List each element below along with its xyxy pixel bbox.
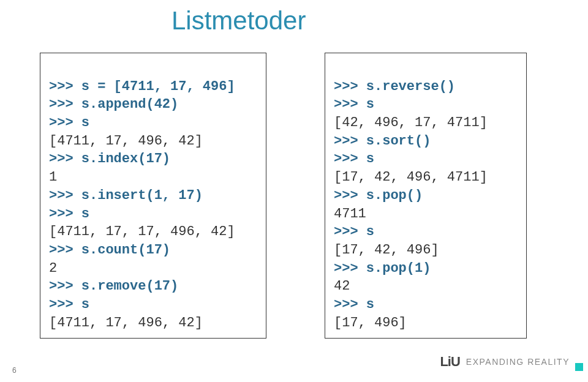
- liu-logo: LiU: [440, 354, 459, 370]
- code-output: [42, 496, 17, 4711]: [334, 115, 488, 130]
- code-line: >>> s.remove(17): [49, 279, 178, 294]
- code-output: [4711, 17, 17, 496, 42]: [49, 224, 235, 239]
- code-line: >>> s: [334, 151, 374, 167]
- code-output: 1: [49, 170, 57, 185]
- code-line: >>> s = [4711, 17, 496]: [49, 79, 235, 94]
- code-line: >>> s: [334, 97, 374, 112]
- code-line: >>> s.pop(): [334, 188, 423, 203]
- code-line: >>> s.reverse(): [334, 79, 455, 94]
- accent-square-icon: [575, 363, 583, 371]
- code-line: >>> s.append(42): [49, 97, 178, 112]
- code-output: 42: [334, 279, 350, 294]
- code-line: >>> s.count(17): [49, 242, 170, 258]
- code-line: >>> s.index(17): [49, 151, 170, 167]
- code-line: >>> s.insert(1, 17): [49, 188, 203, 203]
- code-line: >>> s.pop(1): [334, 261, 431, 276]
- code-output: [4711, 17, 496, 42]: [49, 133, 203, 149]
- footer: LiU EXPANDING REALITY: [440, 354, 570, 370]
- code-output: [17, 42, 496]: [334, 242, 439, 258]
- code-output: [17, 42, 496, 4711]: [334, 170, 488, 185]
- code-output: 4711: [334, 206, 366, 222]
- tagline: EXPANDING REALITY: [466, 357, 570, 367]
- slide-title: Listmetoder: [172, 6, 306, 36]
- code-box-right: >>> s.reverse() >>> s [42, 496, 17, 4711…: [325, 53, 527, 339]
- code-output: [17, 496]: [334, 315, 407, 331]
- code-line: >>> s: [49, 297, 89, 312]
- code-line: >>> s: [49, 206, 89, 222]
- page-number: 6: [12, 366, 17, 375]
- code-line: >>> s.sort(): [334, 133, 431, 149]
- code-box-left: >>> s = [4711, 17, 496] >>> s.append(42)…: [40, 53, 266, 339]
- code-line: >>> s: [334, 224, 374, 239]
- code-line: >>> s: [49, 115, 89, 130]
- code-output: [4711, 17, 496, 42]: [49, 315, 203, 331]
- code-output: 2: [49, 261, 57, 276]
- code-line: >>> s: [334, 297, 374, 312]
